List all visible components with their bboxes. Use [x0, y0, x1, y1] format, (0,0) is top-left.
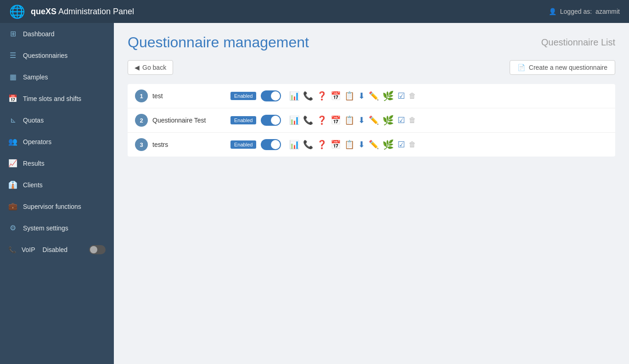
notes-icon-3[interactable]: 📋: [344, 140, 354, 150]
download-icon-3[interactable]: ⬇: [358, 140, 365, 150]
username: azammit: [595, 8, 620, 15]
table-row: 2 Questionnaire Test Enabled 📊 📞 ❓ 📅 📋 ⬇…: [128, 108, 615, 133]
sidebar-label-operators: Operators: [23, 138, 51, 146]
time-slots-icon: 📅: [8, 94, 17, 103]
samples-icon: ▦: [8, 73, 17, 81]
sidebar-label-settings: System settings: [23, 224, 68, 232]
questionnaire-name-1: test: [152, 92, 226, 100]
enable-toggle-3[interactable]: [261, 139, 281, 150]
row-number-2: 2: [135, 114, 148, 127]
operators-icon: 👥: [8, 137, 17, 146]
calendar-icon-3[interactable]: 📅: [331, 140, 341, 150]
sidebar-label-clients: Clients: [23, 181, 43, 189]
enable-toggle-1[interactable]: [261, 90, 281, 101]
sidebar-item-operators[interactable]: 👥 Operators: [0, 131, 114, 152]
phone-icon-2[interactable]: 📞: [303, 115, 313, 125]
questionnaire-name-2: Questionnaire Test: [152, 117, 226, 124]
sidebar-item-samples[interactable]: ▦ Samples: [0, 66, 114, 88]
stats-icon-2[interactable]: 📊: [289, 115, 299, 125]
clients-icon: 👔: [8, 180, 17, 189]
sidebar-label-questionnaires: Questionnairies: [23, 52, 67, 59]
calendar-icon-2[interactable]: 📅: [331, 115, 341, 125]
sidebar-label-quotas: Quotas: [23, 117, 44, 124]
create-doc-icon: 📄: [517, 64, 525, 71]
action-icons-3: 📊 📞 ❓ 📅 📋 ⬇ ✏️ 🌿 ☑ 🗑: [289, 139, 416, 150]
row-number-3: 3: [135, 138, 148, 151]
sidebar: ⊞ Dashboard ☰ Questionnairies ▦ Samples …: [0, 23, 114, 364]
check-icon-3[interactable]: ☑: [398, 140, 405, 150]
sidebar-item-supervisor[interactable]: 💼 Supervisor functions: [0, 196, 114, 217]
questionnaire-name-3: testrs: [152, 141, 226, 148]
app-title: queXS Administration Panel: [31, 7, 134, 17]
header-right: 👤 Logged as: azammit: [549, 8, 620, 15]
header-left: 🌐 queXS Administration Panel: [9, 4, 134, 19]
edit-icon-2[interactable]: ✏️: [369, 115, 379, 125]
sidebar-label-results: Results: [23, 160, 45, 167]
settings-icon: ⚙: [8, 224, 17, 232]
leaf-icon-2[interactable]: 🌿: [382, 115, 394, 126]
stats-icon-1[interactable]: 📊: [289, 91, 299, 101]
row-number-1: 1: [135, 90, 148, 102]
phone-icon-3[interactable]: 📞: [303, 140, 313, 150]
page-subtitle: Questionnaire List: [541, 37, 615, 48]
sidebar-item-results[interactable]: 📈 Results: [0, 152, 114, 174]
help-icon-1[interactable]: ❓: [317, 91, 327, 101]
stats-icon-3[interactable]: 📊: [289, 140, 299, 150]
phone-icon-1[interactable]: 📞: [303, 91, 313, 101]
globe-icon: 🌐: [9, 4, 25, 19]
voip-toggle-row: 📞 VoIP Disabled: [0, 239, 114, 261]
help-icon-2[interactable]: ❓: [317, 115, 327, 125]
sidebar-item-clients[interactable]: 👔 Clients: [0, 174, 114, 196]
create-button-label: Create a new questionnaire: [529, 64, 607, 71]
sidebar-item-dashboard[interactable]: ⊞ Dashboard: [0, 23, 114, 45]
status-badge-1: Enabled: [230, 92, 256, 100]
back-button[interactable]: ◀ Go back: [128, 60, 173, 75]
sidebar-item-system-settings[interactable]: ⚙ System settings: [0, 217, 114, 239]
delete-icon-2[interactable]: 🗑: [409, 116, 416, 124]
questionnaires-icon: ☰: [8, 51, 17, 60]
help-icon-3[interactable]: ❓: [317, 140, 327, 150]
status-badge-3: Enabled: [230, 140, 256, 149]
voip-toggle-switch[interactable]: [89, 245, 106, 254]
status-badge-2: Enabled: [230, 116, 256, 124]
app-header: 🌐 queXS Administration Panel 👤 Logged as…: [0, 0, 629, 23]
create-questionnaire-button[interactable]: 📄 Create a new questionnaire: [510, 60, 615, 75]
quotas-icon: ⊾: [8, 116, 17, 124]
download-icon-1[interactable]: ⬇: [358, 91, 365, 101]
check-icon-2[interactable]: ☑: [398, 115, 405, 125]
dashboard-icon: ⊞: [8, 29, 17, 38]
supervisor-icon: 💼: [8, 202, 17, 211]
delete-icon-1[interactable]: 🗑: [409, 92, 416, 100]
sidebar-label-dashboard: Dashboard: [23, 30, 55, 38]
delete-icon-3[interactable]: 🗑: [409, 140, 416, 149]
back-arrow-icon: ◀: [135, 64, 140, 71]
voip-label: VoIP: [22, 246, 35, 253]
sidebar-label-supervisor: Supervisor functions: [23, 203, 81, 210]
voip-status: Disabled: [43, 246, 67, 253]
user-icon: 👤: [549, 8, 556, 15]
sidebar-item-quotas[interactable]: ⊾ Quotas: [0, 109, 114, 131]
notes-icon-1[interactable]: 📋: [344, 91, 354, 101]
back-button-label: Go back: [142, 64, 166, 71]
action-icons-2: 📊 📞 ❓ 📅 📋 ⬇ ✏️ 🌿 ☑ 🗑: [289, 115, 416, 126]
sidebar-item-time-slots[interactable]: 📅 Time slots and shifts: [0, 88, 114, 109]
sidebar-item-questionnaires[interactable]: ☰ Questionnairies: [0, 45, 114, 66]
results-icon: 📈: [8, 159, 17, 168]
download-icon-2[interactable]: ⬇: [358, 115, 365, 125]
leaf-icon-1[interactable]: 🌿: [382, 90, 394, 101]
check-icon-1[interactable]: ☑: [398, 91, 405, 101]
sidebar-label-time-slots: Time slots and shifts: [23, 95, 81, 102]
table-row: 1 test Enabled 📊 📞 ❓ 📅 📋 ⬇ ✏️ 🌿 ☑ 🗑: [128, 84, 615, 108]
table-row: 3 testrs Enabled 📊 📞 ❓ 📅 📋 ⬇ ✏️ 🌿 ☑ 🗑: [128, 133, 615, 157]
page-header: Questionnaire management Questionnaire L…: [128, 34, 615, 51]
notes-icon-2[interactable]: 📋: [344, 115, 354, 125]
toolbar: ◀ Go back 📄 Create a new questionnaire: [128, 60, 615, 75]
edit-icon-1[interactable]: ✏️: [369, 91, 379, 101]
voip-icon: 📞: [8, 246, 16, 253]
leaf-icon-3[interactable]: 🌿: [382, 139, 394, 150]
calendar-icon-1[interactable]: 📅: [331, 91, 341, 101]
edit-icon-3[interactable]: ✏️: [369, 140, 379, 150]
sidebar-label-samples: Samples: [23, 73, 48, 81]
enable-toggle-2[interactable]: [261, 115, 281, 126]
main-content: Questionnaire management Questionnaire L…: [114, 23, 629, 364]
